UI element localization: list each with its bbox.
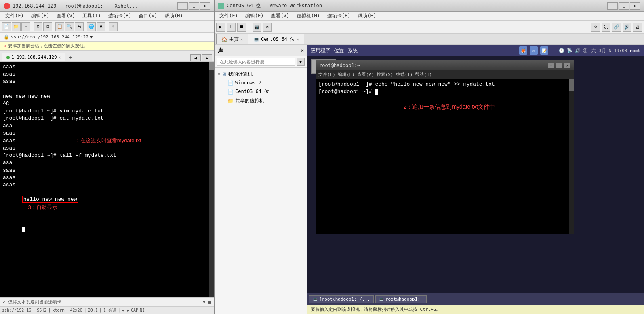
toolbar-copy[interactable]: 📋 (55, 22, 64, 31)
xshell-tab-main[interactable]: 1 192.168.244.129 ✕ (2, 53, 65, 61)
toolbar-dup[interactable]: ⧉ (43, 22, 52, 31)
toolbar-font[interactable]: A (97, 22, 105, 31)
status-menu-icon[interactable]: ≡ (208, 299, 211, 306)
vmware-menu-help[interactable]: 帮助(H) (354, 12, 379, 20)
scrollbar-thumb[interactable] (209, 62, 214, 70)
vmware-menu-view[interactable]: 查看(V) (267, 12, 293, 20)
vm-toolbar-usb[interactable]: 🖨 (633, 23, 642, 32)
centos-scrollbar-thumb[interactable] (569, 79, 574, 91)
vm-tree-root[interactable]: ▼ 🖥 我的计算机 (215, 70, 307, 79)
appbar-apps[interactable]: 应用程序 (311, 47, 330, 54)
close-button[interactable]: ✕ (200, 2, 210, 10)
toolbar-props[interactable]: ⚙ (34, 22, 42, 31)
menu-help[interactable]: 帮助(H) (161, 12, 186, 20)
term-size: 42x20 (70, 308, 82, 312)
centos-task-2[interactable]: 💻 root@hadoop1:~ (375, 295, 427, 303)
vmware-window: CentOS 64 位 - VMware Workstation ─ □ ✕ 文… (214, 0, 644, 314)
library-search-button[interactable]: ▼ (297, 58, 305, 66)
vm-toolbar-snapshot[interactable]: 📷 (253, 23, 261, 32)
xshell-terminal[interactable]: saas asas asas new new new new ^C [root@… (0, 62, 214, 297)
menu-view[interactable]: 查看(V) (53, 12, 78, 20)
maximize-button[interactable]: □ (189, 2, 199, 10)
tab-scroll-left[interactable]: ◀ (190, 54, 201, 61)
xshell-titlebar: 192.168.244.129 - root@hadoop1:~ - Xshel… (0, 0, 214, 12)
tab-close-icon[interactable]: ✕ (59, 55, 61, 59)
centos-scrollbar[interactable] (569, 79, 574, 234)
centos-minimize-btn[interactable]: ─ (548, 63, 554, 68)
win7-icon: 📄 (227, 80, 234, 86)
centos-tab-close[interactable]: ✕ (297, 37, 299, 42)
tab-add-button[interactable]: + (65, 53, 75, 61)
toolbar-net[interactable]: 🌐 (87, 22, 96, 31)
vmware-maximize-button[interactable]: □ (619, 2, 629, 10)
vm-tree-shared[interactable]: 📁 共享的虚拟机 (224, 96, 307, 105)
vmware-title: CentOS 64 位 - VMware Workstation (227, 2, 322, 9)
centos-menu-help[interactable]: 帮助(H) (415, 72, 432, 78)
toolbar-print[interactable]: 🖨 (75, 22, 84, 31)
vm-toolbar-btn2[interactable]: ⏸ (227, 23, 236, 32)
terminal-line-16: asas (3, 174, 211, 181)
vmware-menu-edit[interactable]: 编辑(E) (242, 12, 267, 20)
centos-close-btn[interactable]: ✕ (564, 63, 570, 68)
vm-toolbar-full[interactable]: ⛶ (602, 23, 610, 32)
centos-tab-label: CentOS 64 位 (261, 36, 295, 43)
centos-title-buttons: ─ □ ✕ (548, 63, 570, 68)
menu-tabs[interactable]: 选项卡(B) (105, 12, 135, 20)
toolbar-find[interactable]: 🔍 (65, 22, 74, 31)
tab-status-dot (6, 56, 10, 59)
centos-menu-edit[interactable]: 编辑(E) (338, 72, 355, 78)
email-icon[interactable]: ✉ (530, 46, 538, 55)
xshell-statusbar: ✓ 仅将文本发送到当前选项卡 ▼ ≡ (0, 297, 214, 306)
terminal-scrollbar[interactable] (209, 62, 214, 297)
vm-toolbar-audio[interactable]: 🔊 (623, 23, 631, 32)
centos-terminal-body[interactable]: [root@hadoop1 ~]# echo "hello new new ne… (316, 79, 574, 234)
vm-toolbar-settings[interactable]: ⚙ (591, 23, 600, 32)
vmware-tab-home[interactable]: 🏠 主页 ✕ (216, 34, 248, 44)
vm-tree-root-label: 我的计算机 (228, 71, 253, 78)
vmware-hint-bar: 要将输入定向到该虚拟机，请将鼠标指针移入其中或按 Ctrl+G。 (307, 305, 644, 314)
centos-menu-view[interactable]: 查看(V) (357, 72, 374, 78)
toolbar-more[interactable]: » (109, 22, 118, 31)
centos-menu-file[interactable]: 文件(F) (318, 72, 335, 78)
vm-toolbar-restore[interactable]: ↺ (263, 23, 272, 32)
vm-toolbar-btn3[interactable]: ⏹ (237, 23, 246, 32)
centos-cmd-line2: [root@hadoop1 ~]# (318, 88, 571, 95)
note-icon[interactable]: 📝 (540, 46, 548, 55)
menu-window[interactable]: 窗口(W) (135, 12, 160, 20)
shared-label: 共享的虚拟机 (235, 97, 264, 104)
toolbar-edit[interactable]: ✏️ (21, 22, 30, 31)
home-tab-close[interactable]: ✕ (240, 37, 243, 42)
address-arrow: ▼ (90, 34, 93, 40)
centos-maximize-btn[interactable]: □ (556, 63, 562, 68)
firefox-icon[interactable]: 🦊 (519, 46, 527, 55)
vmware-menu-tabs[interactable]: 选项卡(E) (324, 12, 354, 20)
toolbar-new[interactable]: 📄 (2, 22, 11, 31)
terminal-line-5: new new new new (3, 93, 211, 100)
user-display: root (630, 48, 641, 53)
centos-task-1[interactable]: 💻 [root@hadoop1:~/... (309, 295, 374, 303)
library-search-input[interactable] (217, 58, 295, 66)
vmware-tab-centos[interactable]: 💻 CentOS 64 位 ✕ (248, 34, 304, 44)
centos-menu-search[interactable]: 搜索(S) (377, 72, 394, 78)
vm-tree-centos[interactable]: 📄 CentOS 64 位 (224, 87, 307, 96)
toolbar-open[interactable]: 📁 (12, 22, 21, 31)
library-close-icon[interactable]: ✕ (301, 47, 304, 53)
vmware-guest-screen[interactable]: 🖥 root@hadoop1:~ ─ □ ✕ (307, 56, 644, 305)
tab-scroll-right[interactable]: ▶ (202, 54, 212, 61)
menu-tools[interactable]: 工具(T) (79, 12, 104, 20)
vm-toolbar-net1[interactable]: 🔗 (612, 23, 621, 32)
vm-tree-win7[interactable]: 📄 Windows 7 (224, 79, 307, 87)
win7-label: Windows 7 (235, 80, 261, 86)
vmware-close-button[interactable]: ✕ (630, 2, 640, 10)
appbar-system[interactable]: 系统 (348, 47, 358, 54)
menu-file[interactable]: 文件(F) (2, 12, 27, 20)
vmware-menu-file[interactable]: 文件(F) (216, 12, 241, 20)
vmware-menu-vm[interactable]: 虚拟机(M) (293, 12, 323, 20)
vmware-tabs: 🏠 主页 ✕ 💻 CentOS 64 位 ✕ (215, 34, 644, 45)
menu-edit[interactable]: 编辑(E) (28, 12, 53, 20)
appbar-places[interactable]: 位置 (334, 47, 344, 54)
vm-toolbar-btn1[interactable]: ▶ (216, 23, 225, 32)
minimize-button[interactable]: ─ (177, 2, 188, 10)
centos-menu-terminal[interactable]: 终端(T) (396, 72, 413, 78)
vmware-minimize-button[interactable]: ─ (607, 2, 618, 10)
